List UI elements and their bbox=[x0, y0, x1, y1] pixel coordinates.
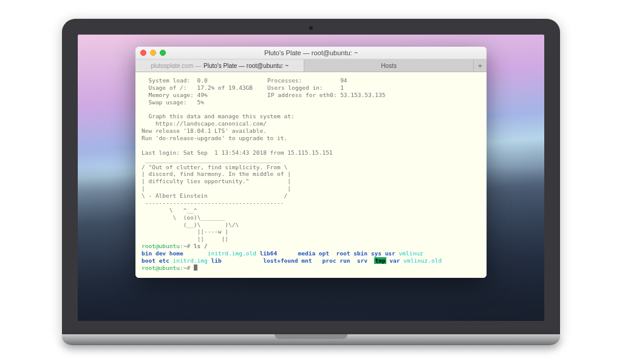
ls-entry: initrd.img bbox=[173, 257, 208, 264]
ls-entry: usr bbox=[385, 250, 395, 257]
add-tab-button[interactable]: + bbox=[474, 59, 487, 72]
prompt-line-2: root@ubuntu:~# bbox=[142, 265, 480, 272]
ls-row-1: bin dev home initrd.img.old lib64 media … bbox=[142, 250, 480, 257]
tab-bar: plutosplate.com — Pluto's Plate — root@u… bbox=[135, 59, 487, 72]
window-title: Pluto's Plate — root@ubuntu: ~ bbox=[135, 49, 487, 56]
cursor-block bbox=[194, 265, 197, 271]
ls-entry: boot bbox=[142, 257, 156, 264]
ls-entry: sbin bbox=[354, 250, 367, 257]
ls-entry: etc bbox=[159, 257, 169, 264]
prompt-line-1: root@ubuntu:~# ls / bbox=[142, 243, 480, 250]
motd-block: Graph this data and manage this system a… bbox=[142, 106, 480, 243]
ls-entry: sys bbox=[371, 250, 381, 257]
ls-entry: opt bbox=[319, 250, 329, 257]
ls-row-2: boot etc initrd.img lib lost+found mnt p… bbox=[142, 257, 480, 265]
screen-bezel: Pluto's Plate — root@ubuntu: ~ plutospla… bbox=[62, 19, 560, 334]
terminal-window: Pluto's Plate — root@ubuntu: ~ plutospla… bbox=[135, 47, 487, 278]
ls-entry: run bbox=[340, 257, 350, 264]
ls-entry: dev bbox=[156, 250, 166, 257]
zoom-icon[interactable] bbox=[160, 50, 166, 56]
minimize-icon[interactable] bbox=[150, 50, 156, 56]
prompt-userhost: root@ubuntu bbox=[142, 265, 180, 271]
ls-entry: tmp bbox=[374, 257, 386, 264]
ls-entry: lost+found bbox=[263, 257, 298, 264]
ls-entry: srv bbox=[357, 257, 367, 264]
laptop-notch bbox=[275, 334, 347, 339]
stats-left: System load: 0.0 Usage of /: 17.2% of 19… bbox=[142, 77, 253, 106]
ls-entry: mnt bbox=[301, 257, 312, 264]
tab-label: Hosts bbox=[381, 62, 397, 69]
camera-dot bbox=[309, 26, 313, 30]
stats-right: Processes: 94 Users logged in: 1 IP addr… bbox=[267, 77, 385, 106]
prompt-sigil: # bbox=[186, 265, 190, 271]
ls-entry: home bbox=[169, 250, 183, 257]
prompt-userhost: root@ubuntu bbox=[142, 243, 180, 249]
traffic-lights bbox=[140, 50, 166, 56]
prompt-sigil: # bbox=[186, 243, 190, 249]
laptop-mockup: Pluto's Plate — root@ubuntu: ~ plutospla… bbox=[62, 19, 560, 345]
ls-entry: root bbox=[336, 250, 350, 257]
ls-entry: lib64 bbox=[260, 250, 278, 257]
tab-hosts[interactable]: Hosts bbox=[304, 59, 473, 72]
terminal-body[interactable]: System load: 0.0 Usage of /: 17.2% of 19… bbox=[135, 72, 487, 278]
ls-entry: lib bbox=[211, 257, 221, 264]
ls-entry: proc bbox=[323, 257, 337, 264]
stats-block: System load: 0.0 Usage of /: 17.2% of 19… bbox=[142, 77, 480, 106]
ls-entry: bin bbox=[142, 250, 152, 257]
tab-active[interactable]: plutosplate.com — Pluto's Plate — root@u… bbox=[135, 59, 304, 72]
ls-entry: media bbox=[298, 250, 316, 257]
tab-label: Pluto's Plate — root@ubuntu: ~ bbox=[203, 62, 289, 69]
ls-entry: vmlinuz bbox=[399, 250, 423, 257]
command-text: ls / bbox=[194, 243, 208, 249]
window-titlebar[interactable]: Pluto's Plate — root@ubuntu: ~ bbox=[135, 47, 487, 59]
ls-entry: vmlinuz.old bbox=[403, 257, 442, 264]
ls-entry: var bbox=[389, 257, 400, 264]
close-icon[interactable] bbox=[140, 50, 146, 56]
desktop-wallpaper: Pluto's Plate — root@ubuntu: ~ plutospla… bbox=[78, 35, 544, 321]
tab-host-label: plutosplate.com — bbox=[151, 62, 201, 69]
ls-entry: initrd.img.old bbox=[208, 250, 256, 257]
laptop-base bbox=[62, 334, 560, 345]
